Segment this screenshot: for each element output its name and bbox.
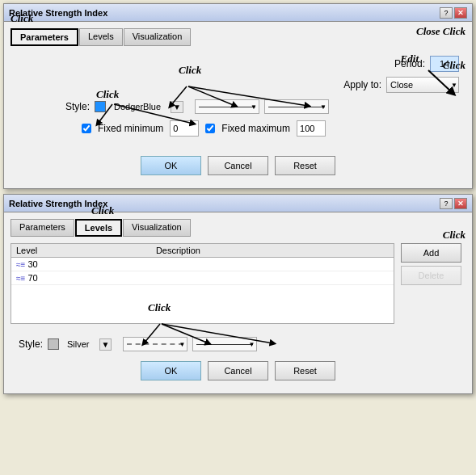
bottom-reset-button[interactable]: Reset	[275, 361, 335, 380]
apply-select[interactable]: Close	[386, 77, 459, 93]
top-title-bar: Relative Strength Index ? ✕	[4, 4, 472, 22]
bottom-ok-button[interactable]: OK	[141, 361, 201, 380]
tab-levels-bottom[interactable]: Levels	[75, 219, 122, 237]
edit-label-annotation: Edit	[401, 53, 419, 65]
bottom-style-click-label: Click	[148, 301, 171, 314]
minmax-click-label: Click	[96, 88, 119, 101]
top-help-button[interactable]: ?	[440, 7, 453, 19]
levels-table: Level Description ≈≡ 30	[11, 244, 394, 285]
bottom-dialog: Relative Strength Index ? ✕ Click Parame…	[3, 194, 473, 394]
apply-click-label: Click	[443, 59, 465, 72]
bottom-line-style-1[interactable]: ▼	[123, 337, 187, 351]
level-70-desc	[151, 271, 394, 285]
level-30-desc	[151, 258, 394, 271]
top-ok-button[interactable]: OK	[141, 156, 201, 175]
bottom-style-name-dropdown: ▼	[99, 338, 112, 351]
style-name-bottom: Silver	[67, 339, 90, 349]
fixed-min-label: Fixed minimum	[98, 123, 163, 134]
tab-visualization-top[interactable]: Visualization	[124, 28, 192, 46]
bottom-cancel-button[interactable]: Cancel	[208, 361, 268, 380]
fixed-max-checkbox[interactable]	[205, 124, 215, 133]
tab-parameters-top[interactable]: Parameters	[11, 28, 78, 46]
top-reset-button[interactable]: Reset	[275, 156, 335, 175]
delete-button[interactable]: Delete	[401, 266, 461, 285]
bottom-title-bar: Relative Strength Index ? ✕	[4, 195, 472, 212]
fixed-max-label: Fixed maximum	[221, 123, 290, 134]
col-desc: Description	[151, 244, 394, 258]
tab-parameters-bottom[interactable]: Parameters	[11, 219, 74, 237]
level-70: ≈≡ 70	[11, 271, 151, 285]
top-title-controls: ? ✕	[440, 7, 467, 19]
bottom-line-style-2[interactable]: ▼	[192, 337, 257, 351]
top-tab-click-label: Click	[11, 12, 33, 25]
top-dialog: Relative Strength Index ? ✕ Close Click …	[3, 3, 473, 189]
levels-table-area: Level Description ≈≡ 30	[11, 243, 394, 324]
bottom-close-button[interactable]: ✕	[454, 198, 467, 209]
line-style-2[interactable]: ▼	[264, 99, 329, 114]
style-color-box-bottom[interactable]	[48, 338, 59, 350]
level-30: ≈≡ 30	[11, 258, 151, 271]
close-click-annotation: Close Click	[416, 25, 465, 38]
style-color-box-top[interactable]	[95, 101, 106, 112]
fixed-min-input[interactable]	[170, 120, 199, 137]
table-row[interactable]: ≈≡ 30	[11, 258, 394, 271]
tab-visualization-bottom[interactable]: Visualization	[123, 219, 191, 237]
style-label-top: Style:	[65, 101, 90, 112]
add-button[interactable]: Add	[401, 243, 461, 263]
top-close-button[interactable]: ✕	[454, 7, 467, 19]
levels-main-area: Level Description ≈≡ 30	[11, 243, 465, 330]
line-style-1[interactable]: ▼	[195, 99, 259, 114]
top-form-area: Edit Period: Apply to: Close ▼ Click	[11, 53, 465, 146]
style-name-top: DodgerBlue	[114, 102, 161, 111]
style-label-bottom: Style:	[19, 338, 43, 350]
style-name-dropdown: ▼	[171, 101, 183, 113]
bottom-dialog-content: Click Parameters Levels Visualization Le…	[4, 212, 472, 393]
level-70-icon: ≈≡	[16, 274, 25, 283]
fixed-min-checkbox[interactable]	[82, 124, 91, 133]
bottom-style-name-arrow[interactable]: ▼	[99, 338, 112, 351]
bottom-title-controls: ? ✕	[440, 198, 467, 209]
top-tab-bar: Click Parameters Levels Visualization	[11, 28, 465, 46]
fixed-max-input[interactable]	[297, 120, 326, 137]
bottom-help-button[interactable]: ?	[440, 198, 453, 209]
level-30-icon: ≈≡	[16, 260, 25, 269]
dialogs-container: Relative Strength Index ? ✕ Close Click …	[0, 0, 476, 397]
apply-label: Apply to:	[343, 79, 381, 90]
levels-buttons-area: Click Add Delete	[401, 243, 465, 330]
bottom-tab-bar: Click Parameters Levels Visualization	[11, 219, 465, 237]
bottom-button-row: OK Cancel Reset	[11, 361, 465, 387]
top-dialog-content: Close Click Click Parameters Levels Visu…	[4, 22, 472, 188]
top-cancel-button[interactable]: Cancel	[208, 156, 268, 175]
col-level: Level	[11, 244, 151, 258]
style-click-label-top: Click	[179, 64, 201, 77]
bottom-tab-click-label: Click	[91, 204, 114, 217]
bottom-style-row: Style: Silver ▼ ▼ ▼ Click	[19, 337, 465, 351]
table-row[interactable]: ≈≡ 70	[11, 271, 394, 285]
add-click-label: Click	[443, 229, 465, 242]
tab-levels-top[interactable]: Levels	[79, 28, 123, 46]
levels-table-container: Level Description ≈≡ 30	[11, 243, 394, 330]
apply-dropdown-wrapper: Close ▼	[386, 77, 459, 93]
top-button-row: OK Cancel Reset	[11, 156, 465, 182]
